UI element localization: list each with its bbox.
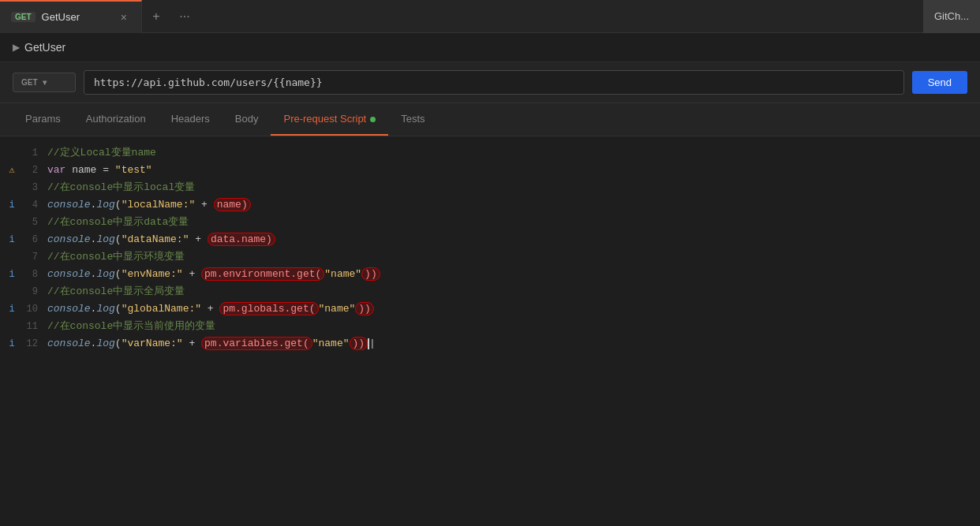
method-chevron-icon: ▾ bbox=[43, 78, 47, 87]
code-line-8: i8console.log("envName:" + pm.environmen… bbox=[0, 266, 980, 283]
tab-title: GetUser bbox=[42, 11, 111, 23]
method-label: GET bbox=[21, 78, 38, 87]
line-number: 3 bbox=[21, 179, 38, 196]
tab-headers[interactable]: Headers bbox=[159, 103, 223, 136]
line-number: 5 bbox=[21, 214, 38, 231]
code-line-7: 7//在console中显示环境变量 bbox=[0, 248, 980, 266]
info-icon: i bbox=[6, 300, 17, 318]
code-content: var name = "test" bbox=[47, 162, 974, 179]
breadcrumb: ▶ GetUser bbox=[0, 33, 980, 62]
info-icon: i bbox=[6, 196, 17, 214]
line-number: 6 bbox=[21, 231, 38, 248]
code-content: //在console中显示当前使用的变量 bbox=[47, 318, 974, 335]
code-content: //在console中显示data变量 bbox=[47, 214, 974, 231]
code-content: console.log("localName:" + name) bbox=[47, 196, 974, 214]
tab-pre-request-script[interactable]: Pre-request Script bbox=[271, 103, 388, 136]
code-content: console.log("envName:" + pm.environment.… bbox=[47, 266, 974, 283]
tab-add-button[interactable]: + bbox=[142, 0, 170, 33]
request-tabs: ParamsAuthorizationHeadersBodyPre-reques… bbox=[0, 103, 980, 136]
code-content: console.log("varName:" + pm.variables.ge… bbox=[47, 335, 974, 353]
code-line-12: i12console.log("varName:" + pm.variables… bbox=[0, 335, 980, 353]
tab-dot-pre-request-script bbox=[370, 117, 376, 122]
code-line-11: 11//在console中显示当前使用的变量 bbox=[0, 318, 980, 335]
tab-authorization[interactable]: Authorization bbox=[73, 103, 159, 136]
code-content: //在console中显示local变量 bbox=[47, 179, 974, 196]
code-content: console.log("globalName:" + pm.globals.g… bbox=[47, 300, 974, 318]
line-number: 11 bbox=[21, 318, 38, 335]
code-editor: 1//定义Local变量name⚠2var name = "test"3//在c… bbox=[0, 136, 980, 360]
line-number: 7 bbox=[21, 248, 38, 266]
info-icon: i bbox=[6, 335, 17, 353]
line-number: 8 bbox=[21, 266, 38, 283]
line-number: 10 bbox=[21, 300, 38, 318]
tab-bar: GET GetUser × + ··· GitCh... bbox=[0, 0, 980, 33]
breadcrumb-arrow-icon: ▶ bbox=[13, 42, 20, 53]
url-bar: GET ▾ Send bbox=[0, 62, 980, 103]
tab-params[interactable]: Params bbox=[13, 103, 73, 136]
url-input[interactable] bbox=[84, 70, 904, 95]
tab-getuser[interactable]: GET GetUser × bbox=[0, 0, 142, 33]
code-line-9: 9//在console中显示全局变量 bbox=[0, 283, 980, 300]
info-icon: i bbox=[6, 266, 17, 283]
code-line-3: 3//在console中显示local变量 bbox=[0, 179, 980, 196]
code-content: //在console中显示环境变量 bbox=[47, 248, 974, 266]
send-button[interactable]: Send bbox=[912, 71, 967, 94]
code-line-10: i10console.log("globalName:" + pm.global… bbox=[0, 300, 980, 318]
info-icon: i bbox=[6, 231, 17, 248]
code-line-4: i4console.log("localName:" + name) bbox=[0, 196, 980, 214]
gitchu-button[interactable]: GitCh... bbox=[923, 0, 980, 33]
line-number: 2 bbox=[21, 162, 38, 179]
tab-body[interactable]: Body bbox=[223, 103, 271, 136]
breadcrumb-title: GetUser bbox=[24, 41, 65, 54]
code-line-6: i6console.log("dataName:" + data.name) bbox=[0, 231, 980, 248]
code-line-5: 5//在console中显示data变量 bbox=[0, 214, 980, 231]
line-number: 1 bbox=[21, 144, 38, 162]
tab-close-button[interactable]: × bbox=[118, 9, 130, 25]
line-number: 4 bbox=[21, 196, 38, 214]
code-content: //定义Local变量name bbox=[47, 144, 974, 162]
tab-more-button[interactable]: ··· bbox=[170, 0, 199, 33]
method-select[interactable]: GET ▾ bbox=[13, 73, 76, 92]
code-content: //在console中显示全局变量 bbox=[47, 283, 974, 300]
code-content: console.log("dataName:" + data.name) bbox=[47, 231, 974, 248]
code-line-2: ⚠2var name = "test" bbox=[0, 162, 980, 179]
code-line-1: 1//定义Local变量name bbox=[0, 144, 980, 162]
line-number: 9 bbox=[21, 283, 38, 300]
tab-method-badge: GET bbox=[11, 12, 36, 22]
warn-icon: ⚠ bbox=[6, 162, 17, 179]
tab-tests[interactable]: Tests bbox=[388, 103, 437, 136]
line-number: 12 bbox=[21, 335, 38, 353]
